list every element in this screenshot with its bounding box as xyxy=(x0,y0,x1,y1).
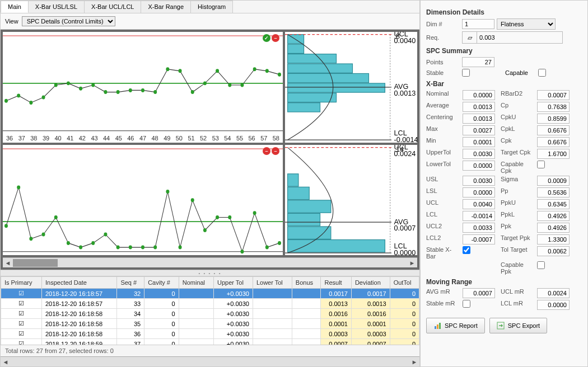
xbar-histogram[interactable]: .8UCL0.0040AVG0.0013LCL-0.0014 xyxy=(285,32,417,143)
lcl-input[interactable] xyxy=(463,211,495,221)
avg-mr-input[interactable] xyxy=(463,288,495,298)
target-cpk-input[interactable] xyxy=(537,149,570,159)
field-label: Nominal xyxy=(426,90,457,100)
stable-label: Stable xyxy=(426,69,460,76)
lcl2-input[interactable] xyxy=(463,234,495,244)
pp-input[interactable] xyxy=(537,187,570,197)
centering-input[interactable] xyxy=(463,114,495,124)
data-table[interactable]: Is PrimaryInspected DateSeq #Cavity #Nom… xyxy=(1,276,419,345)
scroll-left-icon[interactable]: ◄ xyxy=(3,258,13,268)
chart-hscrollbar[interactable]: ◄ ► xyxy=(3,257,417,267)
svg-point-16 xyxy=(166,67,169,71)
field-label: Cpk xyxy=(501,137,531,147)
uppertol-input[interactable] xyxy=(463,149,495,159)
dim-type-select[interactable]: Flatness xyxy=(497,18,556,30)
cp-input[interactable] xyxy=(537,102,570,112)
col-header[interactable]: Seq # xyxy=(117,277,144,289)
error-icon: – xyxy=(272,34,279,42)
tab-main[interactable]: Main xyxy=(1,1,29,13)
spc-report-button[interactable]: SPC Report xyxy=(426,318,485,333)
col-header[interactable]: Inspected Date xyxy=(41,277,116,289)
svg-point-49 xyxy=(17,185,20,189)
cpk-input[interactable] xyxy=(537,137,570,147)
tab-x-bar-range[interactable]: X-Bar Range xyxy=(141,1,191,13)
min-input[interactable] xyxy=(463,137,495,147)
field-label: LSL xyxy=(426,187,457,197)
dim-input[interactable] xyxy=(462,19,494,29)
lsl-input[interactable] xyxy=(463,187,495,197)
flatness-icon: ▱ xyxy=(463,32,477,43)
nominal-input[interactable] xyxy=(463,90,495,100)
capable-checkbox[interactable] xyxy=(538,69,546,77)
svg-rect-75 xyxy=(288,187,310,199)
ppk-input[interactable] xyxy=(537,223,570,233)
ucl-mr-input[interactable] xyxy=(537,288,570,298)
scroll-thumb[interactable] xyxy=(13,259,58,267)
ucl-input[interactable] xyxy=(463,199,495,209)
tab-bar: MainX-Bar USL/LSLX-Bar UCL/LCLX-Bar Rang… xyxy=(1,1,419,13)
field-label: LCL2 xyxy=(426,234,457,244)
col-header[interactable]: OutTol xyxy=(390,277,419,289)
mr-histogram[interactable]: .14UCL0.0024AVG0.0007LCL0.0000 xyxy=(285,145,417,256)
svg-rect-32 xyxy=(288,44,304,53)
spc-export-button[interactable]: SPC Export xyxy=(489,318,547,333)
field-label: UCL2 xyxy=(426,223,457,233)
points-input[interactable] xyxy=(462,57,494,67)
max-input[interactable] xyxy=(463,125,495,135)
scroll-right-icon[interactable]: ► xyxy=(407,258,417,268)
svg-point-6 xyxy=(42,96,45,100)
svg-rect-28 xyxy=(288,83,385,92)
table-row[interactable]: ☑2018-12-20 16:18:58360+0.00300.00030.00… xyxy=(1,329,419,339)
req-box[interactable]: ▱ 0.003 xyxy=(462,31,563,44)
tab-x-bar-ucl-lcl[interactable]: X-Bar UCL/LCL xyxy=(84,1,141,13)
average-input[interactable] xyxy=(463,102,495,112)
tab-histogram[interactable]: Histogram xyxy=(190,1,233,13)
col-header[interactable]: Lower Tol xyxy=(253,277,292,289)
lcl-mr-input[interactable] xyxy=(537,300,570,310)
ucl2-input[interactable] xyxy=(463,223,495,233)
col-header[interactable]: Upper Tol xyxy=(214,277,253,289)
rbard2-input[interactable] xyxy=(537,90,570,100)
stable-mr-checkbox[interactable] xyxy=(463,300,470,308)
col-header[interactable]: Is Primary xyxy=(1,277,42,289)
stable-checkbox[interactable] xyxy=(462,69,470,77)
splitter-handle[interactable]: • • • • • xyxy=(1,270,419,276)
sigma-input[interactable] xyxy=(537,176,570,186)
summary-header: SPC Summary xyxy=(426,47,582,55)
col-header[interactable]: Cavity # xyxy=(144,277,179,289)
table-row[interactable]: ☑2018-12-20 16:18:57320+0.00300.00170.00… xyxy=(1,289,419,299)
table-row[interactable]: ☑2018-12-20 16:18:59370+0.00300.00070.00… xyxy=(1,339,419,345)
col-header[interactable]: Result xyxy=(321,277,351,289)
col-header[interactable]: Deviation xyxy=(351,277,390,289)
field-label: LowerTol xyxy=(426,161,457,174)
col-header[interactable]: Bonus xyxy=(292,277,321,289)
table-row[interactable]: ☑2018-12-20 16:18:58350+0.00300.00010.00… xyxy=(1,319,419,329)
xbar-line-chart[interactable]: 3637383940414243444546474849505152535455… xyxy=(3,32,283,143)
field-label: Stable mR xyxy=(426,300,457,310)
field-label: Average xyxy=(426,102,457,112)
view-select[interactable]: SPC Details (Control Limits) xyxy=(22,16,115,26)
field-label: UpperTol xyxy=(426,149,457,159)
usl-input[interactable] xyxy=(463,176,495,186)
cpkl-input[interactable] xyxy=(537,125,570,135)
scroll-right-icon[interactable]: ► xyxy=(409,357,419,367)
lowertol-input[interactable] xyxy=(463,161,495,171)
table-row[interactable]: ☑2018-12-20 16:18:58340+0.00300.00160.00… xyxy=(1,309,419,319)
capable-cpk-checkbox[interactable] xyxy=(537,161,545,168)
ppku-input[interactable] xyxy=(537,199,570,209)
table-row[interactable]: ☑2018-12-20 16:18:57330+0.00300.00130.00… xyxy=(1,299,419,309)
capable-ppk-checkbox[interactable] xyxy=(537,261,545,269)
svg-rect-92 xyxy=(439,323,441,329)
mr-line-chart[interactable]: – – xyxy=(3,145,283,256)
svg-text:0.0024: 0.0024 xyxy=(394,149,416,157)
col-header[interactable]: Nominal xyxy=(179,277,213,289)
field-label: UCL xyxy=(426,199,457,209)
cpku-input[interactable] xyxy=(537,114,570,124)
tol-target-input[interactable] xyxy=(537,246,570,256)
tab-x-bar-usl-lsl[interactable]: X-Bar USL/LSL xyxy=(28,1,85,13)
stable-x-bar-checkbox[interactable] xyxy=(463,246,470,254)
ppkl-input[interactable] xyxy=(537,211,570,221)
scroll-left-icon[interactable]: ◄ xyxy=(1,357,11,367)
table-hscrollbar[interactable]: ◄ ► xyxy=(1,356,419,366)
target-ppk-input[interactable] xyxy=(537,234,570,244)
